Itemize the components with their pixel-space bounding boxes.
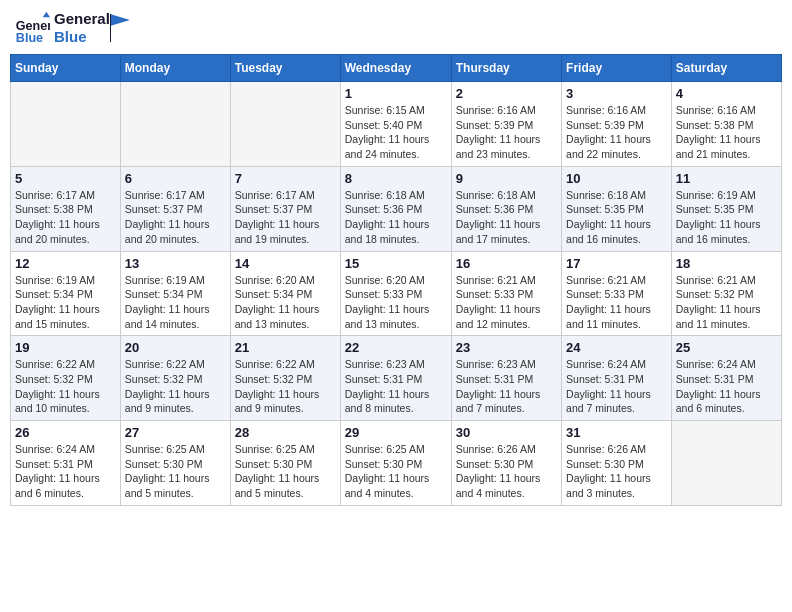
day-info: Sunrise: 6:16 AM Sunset: 5:38 PM Dayligh… [676,103,777,162]
day-info: Sunrise: 6:26 AM Sunset: 5:30 PM Dayligh… [566,442,667,501]
calendar-day-cell: 23Sunrise: 6:23 AM Sunset: 5:31 PM Dayli… [451,336,561,421]
calendar-day-cell: 17Sunrise: 6:21 AM Sunset: 5:33 PM Dayli… [562,251,672,336]
day-number: 28 [235,425,336,440]
day-number: 3 [566,86,667,101]
day-info: Sunrise: 6:22 AM Sunset: 5:32 PM Dayligh… [235,357,336,416]
logo-blue: Blue [54,28,110,46]
svg-marker-2 [43,12,50,17]
day-info: Sunrise: 6:20 AM Sunset: 5:33 PM Dayligh… [345,273,447,332]
day-number: 29 [345,425,447,440]
calendar-day-cell: 13Sunrise: 6:19 AM Sunset: 5:34 PM Dayli… [120,251,230,336]
calendar-day-cell: 19Sunrise: 6:22 AM Sunset: 5:32 PM Dayli… [11,336,121,421]
svg-marker-3 [110,14,130,26]
calendar-day-cell: 9Sunrise: 6:18 AM Sunset: 5:36 PM Daylig… [451,166,561,251]
calendar-day-cell: 12Sunrise: 6:19 AM Sunset: 5:34 PM Dayli… [11,251,121,336]
day-info: Sunrise: 6:16 AM Sunset: 5:39 PM Dayligh… [456,103,557,162]
calendar-day-cell: 29Sunrise: 6:25 AM Sunset: 5:30 PM Dayli… [340,421,451,506]
day-number: 23 [456,340,557,355]
calendar-day-header: Friday [562,55,672,82]
day-info: Sunrise: 6:17 AM Sunset: 5:38 PM Dayligh… [15,188,116,247]
day-info: Sunrise: 6:21 AM Sunset: 5:33 PM Dayligh… [566,273,667,332]
calendar-day-cell: 25Sunrise: 6:24 AM Sunset: 5:31 PM Dayli… [671,336,781,421]
calendar-day-header: Saturday [671,55,781,82]
calendar-day-header: Sunday [11,55,121,82]
calendar-day-cell [671,421,781,506]
logo-icon: General Blue [14,10,50,46]
calendar-week-row: 1Sunrise: 6:15 AM Sunset: 5:40 PM Daylig… [11,82,782,167]
calendar-day-cell: 3Sunrise: 6:16 AM Sunset: 5:39 PM Daylig… [562,82,672,167]
calendar-week-row: 5Sunrise: 6:17 AM Sunset: 5:38 PM Daylig… [11,166,782,251]
day-number: 21 [235,340,336,355]
calendar-week-row: 26Sunrise: 6:24 AM Sunset: 5:31 PM Dayli… [11,421,782,506]
day-number: 7 [235,171,336,186]
day-info: Sunrise: 6:19 AM Sunset: 5:35 PM Dayligh… [676,188,777,247]
day-info: Sunrise: 6:18 AM Sunset: 5:35 PM Dayligh… [566,188,667,247]
calendar-day-cell: 30Sunrise: 6:26 AM Sunset: 5:30 PM Dayli… [451,421,561,506]
calendar-day-cell: 22Sunrise: 6:23 AM Sunset: 5:31 PM Dayli… [340,336,451,421]
day-number: 2 [456,86,557,101]
calendar-day-header: Tuesday [230,55,340,82]
calendar-day-cell: 11Sunrise: 6:19 AM Sunset: 5:35 PM Dayli… [671,166,781,251]
calendar-day-header: Thursday [451,55,561,82]
day-number: 27 [125,425,226,440]
day-info: Sunrise: 6:25 AM Sunset: 5:30 PM Dayligh… [345,442,447,501]
calendar-day-cell: 5Sunrise: 6:17 AM Sunset: 5:38 PM Daylig… [11,166,121,251]
calendar-day-cell: 10Sunrise: 6:18 AM Sunset: 5:35 PM Dayli… [562,166,672,251]
calendar-day-cell [230,82,340,167]
calendar-day-cell: 15Sunrise: 6:20 AM Sunset: 5:33 PM Dayli… [340,251,451,336]
day-info: Sunrise: 6:18 AM Sunset: 5:36 PM Dayligh… [345,188,447,247]
day-number: 9 [456,171,557,186]
day-info: Sunrise: 6:24 AM Sunset: 5:31 PM Dayligh… [676,357,777,416]
day-number: 13 [125,256,226,271]
day-number: 15 [345,256,447,271]
day-info: Sunrise: 6:19 AM Sunset: 5:34 PM Dayligh… [15,273,116,332]
day-number: 30 [456,425,557,440]
calendar-day-cell: 2Sunrise: 6:16 AM Sunset: 5:39 PM Daylig… [451,82,561,167]
day-info: Sunrise: 6:24 AM Sunset: 5:31 PM Dayligh… [15,442,116,501]
day-number: 31 [566,425,667,440]
day-info: Sunrise: 6:25 AM Sunset: 5:30 PM Dayligh… [125,442,226,501]
calendar-table: SundayMondayTuesdayWednesdayThursdayFrid… [10,54,782,506]
calendar-day-header: Monday [120,55,230,82]
day-info: Sunrise: 6:21 AM Sunset: 5:32 PM Dayligh… [676,273,777,332]
logo-general: General [54,10,110,28]
day-info: Sunrise: 6:16 AM Sunset: 5:39 PM Dayligh… [566,103,667,162]
day-info: Sunrise: 6:25 AM Sunset: 5:30 PM Dayligh… [235,442,336,501]
day-info: Sunrise: 6:22 AM Sunset: 5:32 PM Dayligh… [125,357,226,416]
day-info: Sunrise: 6:24 AM Sunset: 5:31 PM Dayligh… [566,357,667,416]
calendar-day-cell: 18Sunrise: 6:21 AM Sunset: 5:32 PM Dayli… [671,251,781,336]
day-info: Sunrise: 6:17 AM Sunset: 5:37 PM Dayligh… [235,188,336,247]
day-number: 1 [345,86,447,101]
calendar-day-cell [120,82,230,167]
day-number: 11 [676,171,777,186]
calendar-day-cell: 28Sunrise: 6:25 AM Sunset: 5:30 PM Dayli… [230,421,340,506]
day-number: 10 [566,171,667,186]
calendar-day-cell: 16Sunrise: 6:21 AM Sunset: 5:33 PM Dayli… [451,251,561,336]
day-info: Sunrise: 6:19 AM Sunset: 5:34 PM Dayligh… [125,273,226,332]
day-number: 22 [345,340,447,355]
day-info: Sunrise: 6:17 AM Sunset: 5:37 PM Dayligh… [125,188,226,247]
calendar-day-cell: 6Sunrise: 6:17 AM Sunset: 5:37 PM Daylig… [120,166,230,251]
calendar-day-cell: 31Sunrise: 6:26 AM Sunset: 5:30 PM Dayli… [562,421,672,506]
day-number: 19 [15,340,116,355]
day-info: Sunrise: 6:20 AM Sunset: 5:34 PM Dayligh… [235,273,336,332]
calendar-day-cell: 1Sunrise: 6:15 AM Sunset: 5:40 PM Daylig… [340,82,451,167]
day-number: 25 [676,340,777,355]
day-number: 6 [125,171,226,186]
day-info: Sunrise: 6:15 AM Sunset: 5:40 PM Dayligh… [345,103,447,162]
day-number: 20 [125,340,226,355]
day-info: Sunrise: 6:23 AM Sunset: 5:31 PM Dayligh… [345,357,447,416]
calendar-week-row: 19Sunrise: 6:22 AM Sunset: 5:32 PM Dayli… [11,336,782,421]
calendar-day-cell: 27Sunrise: 6:25 AM Sunset: 5:30 PM Dayli… [120,421,230,506]
calendar-day-header: Wednesday [340,55,451,82]
calendar-week-row: 12Sunrise: 6:19 AM Sunset: 5:34 PM Dayli… [11,251,782,336]
day-info: Sunrise: 6:18 AM Sunset: 5:36 PM Dayligh… [456,188,557,247]
page-header: General Blue General Blue [10,10,782,46]
calendar-day-cell: 8Sunrise: 6:18 AM Sunset: 5:36 PM Daylig… [340,166,451,251]
logo-flag-icon [110,14,130,42]
calendar-day-cell: 20Sunrise: 6:22 AM Sunset: 5:32 PM Dayli… [120,336,230,421]
day-number: 5 [15,171,116,186]
day-number: 18 [676,256,777,271]
day-number: 24 [566,340,667,355]
calendar-header-row: SundayMondayTuesdayWednesdayThursdayFrid… [11,55,782,82]
